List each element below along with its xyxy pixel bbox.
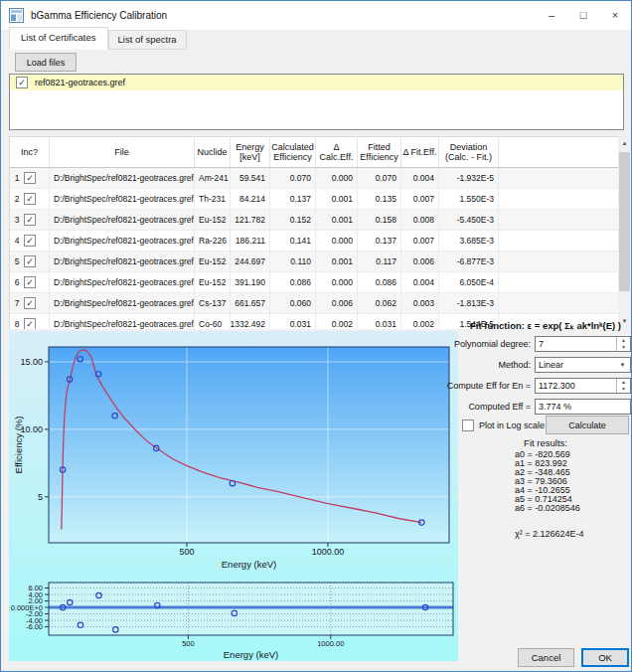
table-cell-file: D:/BrightSpec/ref0821-geotraces.gref (50, 314, 195, 329)
row-include-checkbox[interactable]: ✓ (24, 193, 36, 205)
row-include-checkbox[interactable]: ✓ (24, 255, 36, 267)
row-filler (499, 168, 618, 188)
spin-arrows[interactable]: ▲▼ (616, 379, 630, 393)
table-row[interactable]: 3✓D:/BrightSpec/ref0821-geotraces.grefEu… (10, 210, 618, 231)
table-cell-energy: 661.657 (231, 293, 270, 313)
table-cell-nuclide: Co-60 (195, 314, 231, 329)
scroll-up-icon[interactable]: ▲ (618, 136, 631, 151)
column-header: Calculated Efficiency (270, 137, 316, 167)
efficiency-and-residuals-chart: 5001000.00510.0015.00Energy (keV)Efficie… (9, 331, 458, 661)
row-include-checkbox[interactable]: ✓ (24, 172, 36, 184)
spin-down-icon[interactable]: ▼ (617, 344, 630, 351)
table-row[interactable]: 4✓D:/BrightSpec/ref0821-geotraces.grefRa… (10, 231, 618, 252)
svg-text:1000.00: 1000.00 (312, 547, 345, 557)
tab-strip: List of Certificates List of spectra (9, 30, 187, 50)
spin-up-icon[interactable]: ▲ (617, 337, 630, 344)
spin-arrows[interactable]: ▲▼ (616, 337, 630, 351)
table-cell-nuclide: Cs-137 (195, 293, 231, 313)
compute-energy-spinner[interactable]: 1172.300▲▼ (535, 378, 631, 394)
table-row[interactable]: 5✓D:/BrightSpec/ref0821-geotraces.grefEu… (10, 252, 618, 272)
row-filler (499, 252, 618, 271)
table-cell-d_fit: 0.004 (401, 272, 439, 292)
file-name: ref0821-geotraces.gref (35, 78, 125, 87)
table-row[interactable]: 6✓D:/BrightSpec/ref0821-geotraces.grefEu… (10, 272, 618, 293)
window: bGamma Efficiency Calibration – □ × List… (0, 0, 632, 672)
minimize-button[interactable]: – (536, 1, 567, 30)
table-cell-d_fit: 0.007 (401, 189, 439, 209)
ok-button[interactable]: OK (581, 648, 629, 667)
table-cell-fit_eff: 0.031 (358, 314, 401, 329)
include-cell: 3✓ (10, 210, 50, 230)
load-files-button[interactable]: Load files (15, 53, 77, 72)
svg-text:Energy (keV): Energy (keV) (224, 649, 278, 660)
row-include-checkbox[interactable]: ✓ (24, 235, 36, 247)
include-cell: 7✓ (10, 293, 50, 313)
table-cell-d_calc: 0.001 (316, 189, 358, 209)
polynomial-degree-spinner[interactable]: 7▲▼ (535, 336, 631, 352)
table-scrollbar[interactable]: ▲ ▼ (618, 136, 631, 329)
column-header-filler (499, 137, 618, 167)
table-cell-calc_eff: 0.060 (270, 293, 316, 313)
include-cell: 5✓ (10, 252, 50, 271)
row-number: 8 (10, 319, 24, 329)
row-include-checkbox[interactable]: ✓ (24, 214, 36, 226)
table-cell-deviation: -5.450E-3 (439, 210, 499, 230)
table-row[interactable]: 7✓D:/BrightSpec/ref0821-geotraces.grefCs… (10, 293, 618, 314)
table-cell-calc_eff: 0.141 (270, 231, 316, 251)
fit-results-title: Fit results: (458, 437, 632, 448)
tab-list-of-certificates[interactable]: List of Certificates (9, 27, 108, 50)
polynomial-degree-label: Polynomial degree: (439, 336, 531, 352)
table-cell-calc_eff: 0.070 (270, 168, 316, 188)
row-number: 7 (10, 298, 24, 308)
row-include-checkbox[interactable]: ✓ (24, 318, 36, 329)
table-cell-deviation: -6.877E-3 (439, 252, 499, 271)
table-cell-d_fit: 0.007 (401, 231, 439, 251)
table-cell-energy: 244.697 (231, 252, 270, 271)
table-cell-nuclide: Am-241 (195, 168, 231, 188)
method-combobox[interactable]: Linear▼ (535, 357, 631, 373)
table-row[interactable]: 1✓D:/BrightSpec/ref0821-geotraces.grefAm… (10, 168, 618, 189)
scrollbar-thumb[interactable] (619, 152, 630, 291)
chevron-down-icon[interactable]: ▼ (615, 358, 630, 372)
plot-log-scale-checkbox[interactable] (462, 420, 474, 431)
cancel-button[interactable]: Cancel (518, 648, 574, 667)
row-number: 5 (10, 256, 24, 266)
table-cell-d_calc: 0.000 (316, 272, 358, 292)
computed-eff-field[interactable]: 3.774 % (535, 399, 631, 415)
table-cell-file: D:/BrightSpec/ref0821-geotraces.gref (50, 293, 195, 313)
table-cell-d_calc: 0.000 (316, 231, 358, 251)
table-cell-nuclide: Ra-226 (195, 231, 231, 251)
row-include-checkbox[interactable]: ✓ (24, 276, 36, 288)
table-cell-fit_eff: 0.062 (358, 293, 401, 313)
table-cell-d_calc: 0.002 (316, 314, 358, 329)
spin-up-icon[interactable]: ▲ (617, 379, 630, 386)
table-cell-calc_eff: 0.110 (270, 252, 316, 271)
table-cell-deviation: 3.685E-3 (439, 231, 499, 251)
table-row[interactable]: 2✓D:/BrightSpec/ref0821-geotraces.grefTh… (10, 189, 618, 210)
column-header: Nuclide (195, 137, 231, 167)
column-header: Energy [keV] (231, 137, 270, 167)
row-filler (499, 272, 618, 292)
row-include-checkbox[interactable]: ✓ (24, 297, 36, 309)
table-cell-energy: 59.541 (231, 168, 270, 188)
method-label: Method: (439, 357, 531, 373)
close-button[interactable]: × (599, 1, 631, 30)
calculate-button[interactable]: Calculate (546, 416, 629, 434)
row-number: 4 (10, 236, 24, 246)
table-cell-deviation: 6.050E-4 (439, 272, 499, 292)
table-cell-fit_eff: 0.137 (358, 231, 401, 251)
tab-list-of-spectra[interactable]: List of spectra (108, 30, 187, 50)
maximize-button[interactable]: □ (567, 1, 599, 30)
compute-energy-label: Compute Eff for En = (439, 378, 531, 394)
certificate-file-row[interactable]: ✓ref0821-geotraces.gref (10, 75, 623, 90)
file-include-checkbox[interactable]: ✓ (16, 77, 28, 88)
table-cell-calc_eff: 0.031 (270, 314, 316, 329)
table-cell-calc_eff: 0.152 (270, 210, 316, 230)
fit-coefficient: a6 = -0.0208546 (515, 504, 580, 513)
window-title: bGamma Efficiency Calibration (31, 1, 167, 30)
table-cell-fit_eff: 0.135 (358, 189, 401, 209)
chi-squared-value: χ² = 2.126624E-4 (515, 529, 584, 539)
svg-text:Energy (keV): Energy (keV) (222, 559, 276, 570)
row-number: 6 (10, 277, 24, 287)
spin-down-icon[interactable]: ▼ (617, 386, 630, 393)
